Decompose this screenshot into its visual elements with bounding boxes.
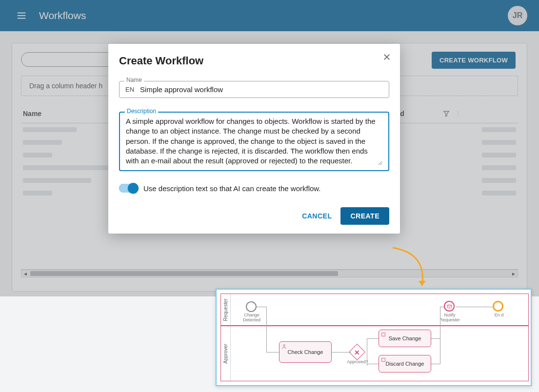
create-workflow-dialog: Create Workflow Name EN Simple approval … xyxy=(108,44,400,234)
svg-point-8 xyxy=(283,345,285,347)
description-field-label: Description xyxy=(125,108,158,115)
name-field-value: Simple approval workflow xyxy=(140,85,223,94)
name-field-label: Name xyxy=(124,77,144,83)
svg-rect-10 xyxy=(382,358,385,362)
bpmn-task-check-label: Check Change xyxy=(288,349,323,355)
dialog-actions: CANCEL CREATE xyxy=(119,207,389,225)
bpmn-task-check[interactable]: Check Change xyxy=(279,341,332,363)
cancel-button[interactable]: CANCEL xyxy=(302,212,332,220)
create-button[interactable]: CREATE xyxy=(340,207,389,225)
bpmn-task-discard-label: Discard Change xyxy=(386,361,424,367)
bpmn-task-save-label: Save Change xyxy=(389,335,421,341)
svg-rect-9 xyxy=(382,333,385,336)
workflow-preview-panel: Requester Approver Change Detected Notif… xyxy=(216,289,532,386)
bpmn-notify-event[interactable] xyxy=(444,301,455,312)
description-field[interactable]: Description xyxy=(119,112,389,171)
lane-approver-label: Approver xyxy=(221,326,231,381)
ai-toggle-label: Use description text so that AI can crea… xyxy=(143,184,321,193)
ai-toggle[interactable] xyxy=(119,184,138,193)
bpmn-end-event[interactable] xyxy=(493,301,503,312)
bpmn-notify-label: Notify Requester xyxy=(438,313,461,323)
bpmn-start-event[interactable] xyxy=(246,301,257,312)
bpmn-task-discard[interactable]: Discard Change xyxy=(379,355,431,372)
name-field[interactable]: Name EN Simple approval workflow xyxy=(119,81,389,98)
lane-requester-label: Requester xyxy=(221,294,231,325)
bpmn-start-label: Change Detected xyxy=(240,313,263,323)
bpmn-task-save[interactable]: Save Change xyxy=(379,330,431,347)
bpmn-end-label: En d xyxy=(492,313,506,318)
dialog-title: Create Workflow xyxy=(119,55,389,67)
app-root: Workflows JR Drag a column header h Name… xyxy=(0,0,539,392)
bpmn-canvas: Requester Approver Change Detected Notif… xyxy=(220,294,529,383)
description-textarea[interactable] xyxy=(126,117,382,165)
name-field-lang: EN xyxy=(125,86,134,93)
close-icon[interactable] xyxy=(382,53,391,64)
ai-toggle-row: Use description text so that AI can crea… xyxy=(119,184,389,193)
